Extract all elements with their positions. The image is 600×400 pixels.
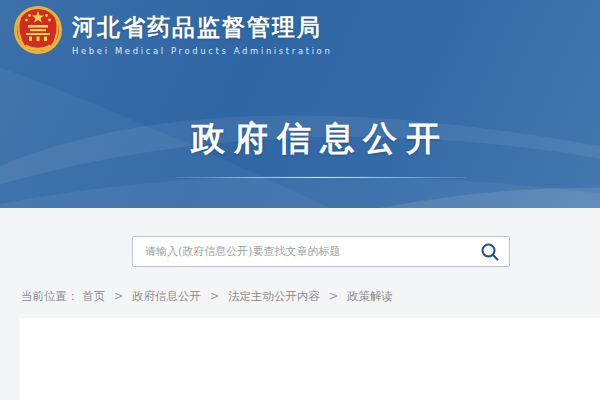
page: { "header": { "org_name_zh": "河北省药品监督管理局… <box>0 0 600 400</box>
page-banner: 河北省药品监督管理局 Hebei Medical Products Admini… <box>0 0 600 208</box>
breadcrumb-item-statutory-disclosure[interactable]: 法定主动公开内容 <box>228 289 320 303</box>
breadcrumb-item-policy-interpretation[interactable]: 政策解读 <box>347 289 393 303</box>
banner-title-underline <box>176 177 466 178</box>
breadcrumb-separator: > <box>329 289 339 303</box>
site-brand: 河北省药品监督管理局 Hebei Medical Products Admini… <box>13 2 332 58</box>
org-name-en: Hebei Medical Products Administration <box>72 46 332 56</box>
breadcrumb-separator: > <box>210 289 220 303</box>
breadcrumb-item-gov-info[interactable]: 政府信息公开 <box>132 289 201 303</box>
breadcrumb-prefix: 当前位置： <box>21 289 79 303</box>
breadcrumb-separator: > <box>114 289 124 303</box>
search-button[interactable] <box>480 242 500 262</box>
document-info-panel: 索引号 FGWJ-2024-10009 主题分类 法规文件 / 政策解读 标题 … <box>19 318 600 400</box>
breadcrumb-item-home[interactable]: 首页 <box>82 289 105 303</box>
search-icon <box>480 242 500 262</box>
search-box <box>132 236 510 267</box>
breadcrumb: 当前位置： 首页 > 政府信息公开 > 法定主动公开内容 > 政策解读 <box>21 289 393 304</box>
national-emblem-icon <box>13 2 63 58</box>
banner-title: 政府信息公开 <box>40 116 600 162</box>
search-input[interactable] <box>133 237 509 266</box>
brand-text: 河北省药品监督管理局 Hebei Medical Products Admini… <box>72 2 332 56</box>
org-name-zh: 河北省药品监督管理局 <box>72 14 332 42</box>
